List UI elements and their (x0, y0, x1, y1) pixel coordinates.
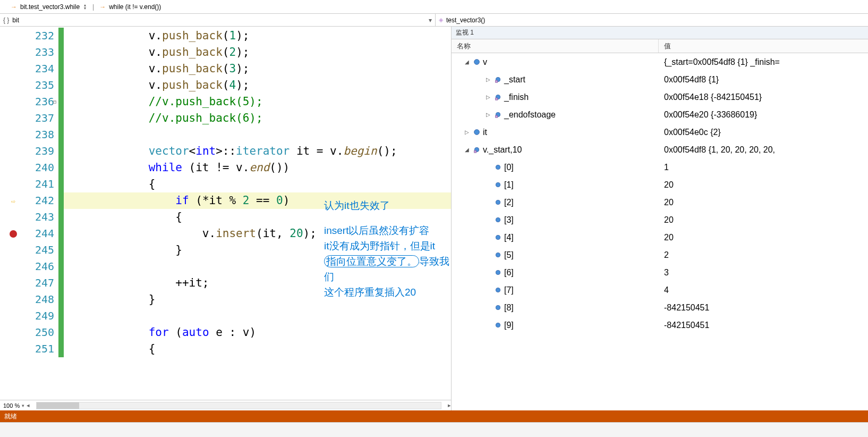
watch-var-value: 3 (659, 268, 868, 278)
code-area[interactable]: v.push_back(1); v.push_back(2); v.push_b… (64, 27, 451, 400)
watch-var-name: [5] (504, 250, 514, 260)
expand-toggle-icon[interactable]: ▷ (464, 129, 470, 135)
watch-row[interactable]: ▷[4]20 (452, 229, 868, 246)
breakpoint-icon[interactable] (10, 230, 17, 238)
variable-icon (494, 234, 501, 241)
svg-point-15 (496, 253, 500, 257)
watch-row[interactable]: ▷[1]20 (452, 176, 868, 194)
watch-var-name: it (483, 128, 487, 137)
variable-icon (494, 216, 501, 224)
dropdown-icon[interactable]: ▾ (22, 403, 24, 408)
svg-rect-2 (495, 80, 497, 82)
variable-icon (494, 111, 501, 119)
scroll-right-icon[interactable]: ▸ (448, 402, 451, 409)
watch-row[interactable]: ▷[6]3 (452, 264, 868, 281)
variable-icon (473, 146, 480, 154)
watch-var-name: [2] (504, 198, 514, 207)
variable-icon (494, 251, 501, 259)
variable-icon (494, 164, 501, 171)
svg-rect-4 (495, 98, 497, 100)
watch-var-value: -842150451 (659, 321, 868, 330)
watch-header-row: 名称 值 (452, 39, 868, 53)
watch-var-value: 20 (659, 180, 868, 190)
expand-toggle-icon[interactable]: ▷ (485, 77, 491, 82)
editor-footer: 100 % ▾ ◂ ▸ (0, 400, 451, 410)
watch-row[interactable]: ▷[5]2 (452, 246, 868, 264)
svg-point-0 (474, 60, 479, 65)
function-icon: ◈ (439, 16, 443, 23)
watch-header-value[interactable]: 值 (659, 39, 868, 53)
watch-var-value: 0x00f54df8 {1} (659, 75, 868, 85)
watch-var-value: 0x00f54e0c {2} (659, 128, 868, 137)
variable-icon (494, 287, 501, 294)
crumb-item-2[interactable]: while (it != v.end()) (109, 3, 161, 11)
breadcrumb-bar: → bit.test_vector3.while ▴▾ | → while (i… (0, 0, 868, 14)
watch-var-value: 20 (659, 233, 868, 242)
svg-point-18 (496, 305, 500, 309)
watch-var-value: 20 (659, 198, 868, 207)
watch-row[interactable]: ▷_endofstoage0x00f54e20 {-33686019} (452, 106, 868, 123)
variable-icon (494, 304, 501, 312)
code-editor[interactable]: ⇨ 232233 234235 236237 238239 240241 242… (0, 27, 452, 410)
scrollbar-thumb[interactable] (37, 402, 79, 409)
expand-toggle-icon[interactable]: ◢ (464, 147, 470, 153)
watch-row[interactable]: ▷_finish0x00f54e18 {-842150451} (452, 88, 868, 106)
watch-var-name: _finish (504, 93, 529, 102)
variable-icon (473, 129, 480, 136)
watch-row[interactable]: ▷[0]1 (452, 158, 868, 176)
watch-body[interactable]: ◢v{_start=0x00f54df8 {1} _finish=▷_start… (452, 53, 868, 410)
crumb-spinner[interactable]: ▴▾ (83, 4, 87, 10)
scope-namespace-label: bit (12, 16, 19, 24)
svg-point-19 (496, 323, 500, 327)
watch-var-name: [4] (504, 233, 514, 242)
svg-point-17 (496, 288, 500, 292)
zoom-level[interactable]: 100 % (3, 402, 20, 409)
watch-var-value: 0x00f54e20 {-33686019} (659, 110, 868, 120)
current-line-arrow-icon: ⇨ (11, 197, 15, 205)
watch-row[interactable]: ▷[8]-842150451 (452, 299, 868, 316)
watch-var-value: 1 (659, 163, 868, 172)
watch-var-value: {_start=0x00f54df8 {1} _finish= (659, 57, 868, 67)
watch-var-value: 0x00f54e18 {-842150451} (659, 93, 868, 102)
expand-toggle-icon[interactable]: ▷ (485, 112, 491, 117)
horizontal-scrollbar[interactable] (36, 402, 441, 409)
svg-point-7 (474, 130, 479, 135)
scope-function-dropdown[interactable]: ◈ test_vector3() (436, 14, 868, 26)
watch-var-name: v._start,10 (483, 145, 522, 155)
watch-row[interactable]: ▷it0x00f54e0c {2} (452, 123, 868, 141)
watch-row[interactable]: ◢v{_start=0x00f54df8 {1} _finish= (452, 53, 868, 71)
watch-row[interactable]: ▷[7]4 (452, 281, 868, 299)
expand-toggle-icon[interactable]: ▷ (485, 94, 491, 100)
scope-function-label: test_vector3() (446, 16, 485, 24)
scope-namespace-dropdown[interactable]: { } bit ▾ (0, 14, 436, 26)
watch-var-name: [3] (504, 215, 514, 225)
svg-point-12 (496, 200, 500, 204)
glyph-margin[interactable]: ⇨ (0, 27, 27, 400)
crumb-item-1[interactable]: bit.test_vector3.while (20, 3, 80, 11)
svg-rect-9 (474, 150, 476, 153)
namespace-icon: { } (3, 16, 9, 24)
svg-point-16 (496, 270, 500, 274)
watch-row[interactable]: ▷_start0x00f54df8 {1} (452, 71, 868, 88)
line-number-gutter: 232233 234235 236237 238239 240241 24224… (27, 27, 58, 400)
fold-icon[interactable]: ⊟ (53, 99, 56, 105)
watch-row[interactable]: ▷[3]20 (452, 211, 868, 229)
watch-row[interactable]: ◢v._start,100x00f54df8 {1, 20, 20, 20, 2… (452, 141, 868, 158)
watch-panel: 监视 1 名称 值 ◢v{_start=0x00f54df8 {1} _fini… (452, 27, 868, 410)
expand-toggle-icon[interactable]: ◢ (464, 59, 470, 65)
scope-bar: { } bit ▾ ◈ test_vector3() (0, 14, 868, 27)
crumb-arrow-icon: → (11, 3, 17, 11)
watch-var-name: [8] (504, 303, 514, 313)
watch-row[interactable]: ▷[2]20 (452, 194, 868, 211)
scroll-left-icon[interactable]: ◂ (27, 402, 30, 409)
svg-point-14 (496, 235, 500, 239)
watch-var-name: [1] (504, 180, 514, 190)
watch-row[interactable]: ▷[9]-842150451 (452, 316, 868, 334)
status-text: 就绪 (4, 412, 17, 421)
svg-point-11 (496, 182, 500, 187)
watch-header-name[interactable]: 名称 (452, 39, 659, 53)
watch-var-value: 0x00f54df8 {1, 20, 20, 20, 20, (659, 145, 868, 155)
watch-var-name: _endofstoage (504, 110, 556, 120)
watch-var-name: [9] (504, 321, 514, 330)
watch-var-value: 4 (659, 285, 868, 295)
